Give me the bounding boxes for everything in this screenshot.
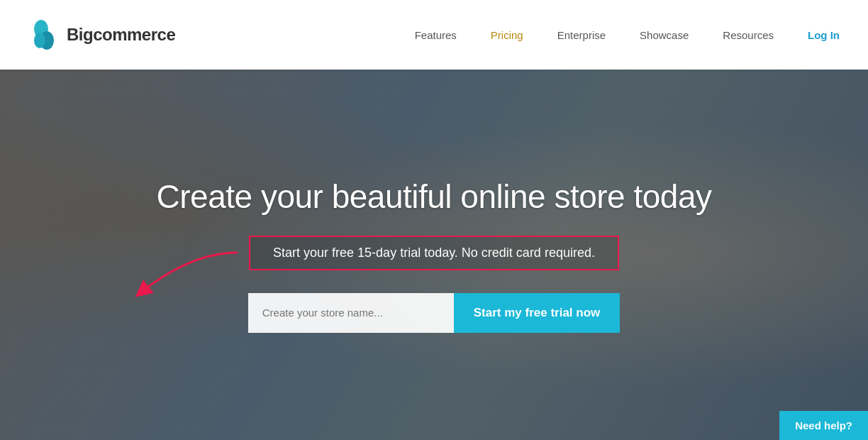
nav-resources[interactable]: Resources <box>723 29 774 41</box>
hero-headline: Create your beautiful online store today <box>28 177 840 216</box>
site-header: Bigcommerce Features Pricing Enterprise … <box>0 0 868 70</box>
main-nav: Features Pricing Enterprise Showcase Res… <box>415 29 840 41</box>
need-help-button[interactable]: Need help? <box>779 411 868 440</box>
svg-point-2 <box>34 33 45 48</box>
nav-login[interactable]: Log In <box>808 29 840 41</box>
store-name-input[interactable] <box>248 293 454 333</box>
logo-text: Bigcommerce <box>67 25 175 45</box>
hero-section: Create your beautiful online store today… <box>0 70 868 440</box>
bigcommerce-logo-icon <box>28 19 60 50</box>
annotation-arrow <box>128 246 241 302</box>
start-trial-button[interactable]: Start my free trial now <box>454 293 621 333</box>
nav-showcase[interactable]: Showcase <box>640 29 689 41</box>
logo-area[interactable]: Bigcommerce <box>28 19 175 50</box>
hero-subtext-box: Start your free 15-day trial today. No c… <box>249 236 619 270</box>
nav-pricing[interactable]: Pricing <box>491 29 523 41</box>
nav-features[interactable]: Features <box>415 29 457 41</box>
nav-enterprise[interactable]: Enterprise <box>557 29 606 41</box>
hero-subtext: Start your free 15-day trial today. No c… <box>273 246 595 260</box>
